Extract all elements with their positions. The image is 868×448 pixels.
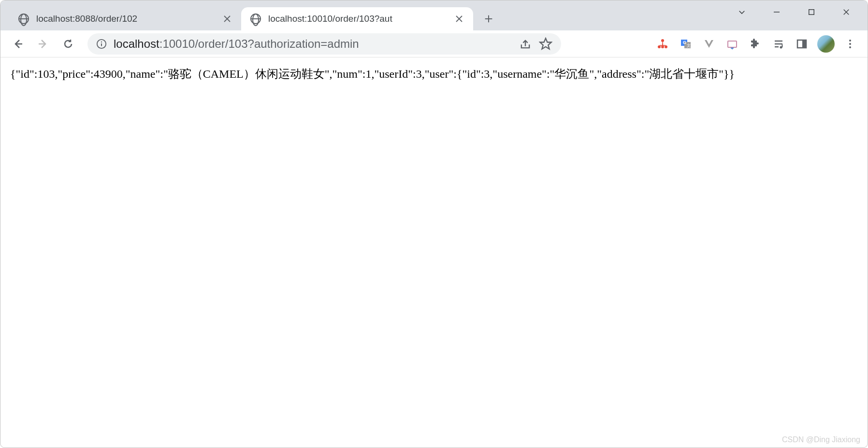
- svg-marker-27: [705, 40, 713, 48]
- svg-rect-28: [728, 41, 737, 47]
- close-icon[interactable]: [222, 14, 232, 24]
- tab-inactive[interactable]: localhost:8088/order/102: [9, 7, 241, 30]
- tab-active[interactable]: localhost:10010/order/103?aut: [241, 7, 473, 30]
- json-response-text: {"id":103,"price":43900,"name":"骆驼（CAMEL…: [10, 68, 735, 80]
- share-icon[interactable]: [519, 37, 532, 51]
- back-button[interactable]: [7, 33, 29, 55]
- extensions-puzzle-icon[interactable]: [745, 33, 766, 55]
- extensions-area: G文: [652, 33, 861, 55]
- svg-marker-15: [540, 38, 551, 49]
- window-controls: [724, 0, 864, 24]
- url-text: localhost:10010/order/103?authorization=…: [114, 37, 512, 51]
- minimize-button[interactable]: [759, 1, 794, 23]
- svg-point-19: [665, 45, 667, 48]
- extension-sitemap-icon[interactable]: [652, 33, 673, 55]
- svg-rect-35: [802, 40, 806, 48]
- close-window-button[interactable]: [829, 1, 864, 23]
- svg-rect-7: [809, 10, 814, 15]
- svg-point-17: [658, 45, 661, 48]
- svg-point-16: [661, 39, 664, 42]
- profile-avatar[interactable]: [817, 35, 835, 53]
- svg-point-13: [101, 41, 102, 42]
- forward-button[interactable]: [32, 33, 54, 55]
- svg-point-18: [661, 45, 664, 48]
- tab-search-button[interactable]: [724, 1, 759, 23]
- globe-icon: [250, 13, 261, 25]
- tab-title: localhost:8088/order/102: [36, 14, 215, 24]
- svg-point-37: [849, 43, 851, 45]
- browser-window: localhost:8088/order/102 localhost:10010…: [0, 0, 868, 448]
- address-bar[interactable]: localhost:10010/order/103?authorization=…: [87, 33, 561, 55]
- close-icon[interactable]: [454, 14, 464, 24]
- svg-text:G: G: [683, 40, 686, 45]
- page-content: {"id":103,"price":43900,"name":"骆驼（CAMEL…: [0, 57, 868, 448]
- toolbar: localhost:10010/order/103?authorization=…: [0, 30, 868, 57]
- music-list-icon[interactable]: [768, 33, 789, 55]
- reload-button[interactable]: [58, 33, 79, 55]
- tab-title: localhost:10010/order/103?aut: [268, 14, 447, 24]
- svg-point-38: [849, 46, 851, 48]
- folder-icon[interactable]: [722, 33, 743, 55]
- star-icon[interactable]: [539, 37, 552, 51]
- watermark-text: CSDN @Ding Jiaxiong: [782, 435, 860, 444]
- tab-strip: localhost:8088/order/102 localhost:10010…: [0, 0, 868, 30]
- menu-button[interactable]: [839, 33, 861, 55]
- svg-text:文: 文: [687, 43, 691, 48]
- maximize-button[interactable]: [794, 1, 829, 23]
- google-translate-icon[interactable]: G文: [675, 33, 696, 55]
- info-icon[interactable]: [96, 39, 107, 49]
- new-tab-button[interactable]: [479, 9, 498, 28]
- side-panel-icon[interactable]: [791, 33, 812, 55]
- globe-icon: [18, 13, 29, 25]
- vue-icon[interactable]: [698, 33, 720, 55]
- svg-point-36: [849, 40, 851, 42]
